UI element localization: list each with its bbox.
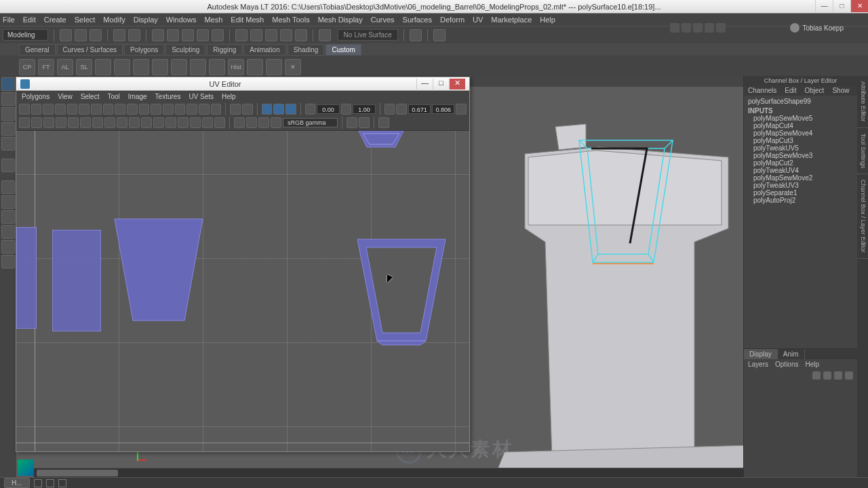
menu-meshtools[interactable]: Mesh Tools xyxy=(272,16,309,24)
shelf-tab-animation[interactable]: Animation xyxy=(243,44,285,56)
taskbar-sq2-icon[interactable] xyxy=(46,479,54,487)
uv-settings-icon[interactable] xyxy=(378,117,389,128)
shelf-btn5-icon[interactable] xyxy=(95,59,111,75)
redo-icon[interactable] xyxy=(128,29,140,41)
channel-tab-object[interactable]: Object xyxy=(801,85,829,96)
uv-exposure-field[interactable]: 0.00 xyxy=(317,104,339,114)
shelf-tab-custom[interactable]: Custom xyxy=(326,44,361,56)
shelf-tab-curves[interactable]: Curves / Surfaces xyxy=(57,44,123,56)
uv-gamma-icon[interactable] xyxy=(341,104,352,115)
layout-four-icon[interactable] xyxy=(1,195,15,209)
uv-shell-selected[interactable] xyxy=(354,239,449,348)
save-scene-icon[interactable] xyxy=(90,29,102,41)
shelf-btn9-icon[interactable] xyxy=(171,59,187,75)
shelf-hist-icon[interactable]: Hist xyxy=(228,59,244,75)
input-item[interactable]: polyMapSewMove4 xyxy=(748,129,853,137)
uv-optimize-icon[interactable] xyxy=(141,117,152,128)
menu-editmesh[interactable]: Edit Mesh xyxy=(231,16,264,24)
uv-cycle-icon[interactable] xyxy=(103,104,114,115)
uv-toedge-icon[interactable] xyxy=(56,117,66,128)
uv-maximize[interactable]: □ xyxy=(433,79,449,89)
snap-point-icon[interactable] xyxy=(265,29,277,41)
workspace-icon[interactable] xyxy=(670,23,679,33)
uv-menu-polygons[interactable]: Polygons xyxy=(22,93,50,100)
shelf-tab-polygons[interactable]: Polygons xyxy=(124,44,164,56)
input-item[interactable]: polyMapSewMove3 xyxy=(748,152,853,159)
layer-moveup-icon[interactable] xyxy=(812,371,821,380)
uv-grow-icon[interactable] xyxy=(31,117,42,128)
move-tool-icon[interactable] xyxy=(1,107,15,121)
uv-distribute-icon[interactable] xyxy=(139,104,150,115)
select-tool-icon[interactable] xyxy=(1,77,15,91)
input-item[interactable]: polyMapCut4 xyxy=(748,122,853,129)
shelf-cp-icon[interactable]: CP xyxy=(19,59,35,75)
shelf-close-icon[interactable]: ✕ xyxy=(285,59,301,75)
uv-cut-icon[interactable] xyxy=(79,104,90,115)
workspace-selector[interactable]: Modeling xyxy=(3,29,48,41)
uv-unpin-icon[interactable] xyxy=(202,117,213,128)
last-tool-icon[interactable] xyxy=(1,159,15,172)
menu-meshdisplay[interactable]: Mesh Display xyxy=(318,16,363,24)
user-account[interactable]: Tobias Koepp xyxy=(790,23,844,33)
uv-toface-icon[interactable] xyxy=(80,117,91,128)
menu-deform[interactable]: Deform xyxy=(440,16,465,24)
layout-hyper-icon[interactable] xyxy=(1,240,15,253)
uv-filtered-icon[interactable] xyxy=(285,104,296,115)
uv-lattice-icon[interactable] xyxy=(153,117,164,128)
uv-shaded-icon[interactable] xyxy=(186,104,197,115)
shelf-btn10-icon[interactable] xyxy=(190,59,206,75)
uv-relax-icon[interactable] xyxy=(178,117,189,128)
select-face-icon[interactable] xyxy=(182,29,194,41)
uv-shrink-icon[interactable] xyxy=(43,117,54,128)
layer-tab-anim[interactable]: Anim xyxy=(778,349,805,359)
uv-movesew-icon[interactable] xyxy=(104,117,115,128)
xray-icon[interactable] xyxy=(716,23,726,33)
uv-minimize[interactable]: — xyxy=(416,79,433,89)
uv-canvas[interactable] xyxy=(16,130,469,451)
layout-outliner-icon[interactable] xyxy=(1,210,15,224)
shelf-btn14-icon[interactable] xyxy=(266,59,282,75)
uv-shell-top[interactable] xyxy=(353,131,409,150)
history-toggle-icon[interactable] xyxy=(410,29,422,41)
uv-snapshot-icon[interactable] xyxy=(214,117,225,128)
menu-edit[interactable]: Edit xyxy=(23,16,36,24)
shelf-ft-icon[interactable]: FT xyxy=(38,59,54,75)
open-scene-icon[interactable] xyxy=(75,29,87,41)
uv-grid-toggle-icon[interactable] xyxy=(151,104,161,115)
uv-brush-icon[interactable] xyxy=(359,117,370,128)
shelf-al-icon[interactable]: AL xyxy=(57,59,73,75)
layer-menu-help[interactable]: Help xyxy=(805,361,819,368)
menu-display[interactable]: Display xyxy=(134,16,158,24)
channel-tab-edit[interactable]: Edit xyxy=(781,85,800,96)
uv-menu-help[interactable]: Help xyxy=(222,93,236,100)
render-icon[interactable] xyxy=(433,29,446,41)
uv-pin-icon[interactable] xyxy=(190,117,201,128)
input-item[interactable]: polyMapSewMove2 xyxy=(748,174,853,182)
lasso-tool-icon[interactable] xyxy=(1,92,15,106)
shelf-tab-shading[interactable]: Shading xyxy=(288,44,325,56)
uv-menu-image[interactable]: Image xyxy=(128,93,147,100)
menu-create[interactable]: Create xyxy=(44,16,66,24)
menu-surfaces[interactable]: Surfaces xyxy=(403,16,432,24)
select-edge-icon[interactable] xyxy=(167,29,179,41)
menu-windows[interactable]: Windows xyxy=(166,16,197,24)
uv-display-px-icon[interactable] xyxy=(246,117,257,128)
layout-icon[interactable] xyxy=(682,23,691,33)
uv-shell-trap1[interactable] xyxy=(111,219,206,322)
shelf-btn6-icon[interactable] xyxy=(114,59,130,75)
menu-select[interactable]: Select xyxy=(75,16,96,24)
uv-smudge-icon[interactable] xyxy=(165,117,176,128)
uv-align-v-icon[interactable] xyxy=(127,104,138,115)
side-tab-attribute[interactable]: Attribute Editor xyxy=(857,76,868,128)
new-scene-icon[interactable] xyxy=(60,29,72,41)
input-item[interactable]: polyTweakUV4 xyxy=(748,167,853,174)
uv-display-alpha-icon[interactable] xyxy=(258,117,269,128)
uv-close[interactable]: ✕ xyxy=(449,79,465,89)
uv-cursor-icon[interactable] xyxy=(384,104,395,115)
layout-uv-icon[interactable] xyxy=(1,255,15,268)
snap-curve-icon[interactable] xyxy=(250,29,262,41)
uv-border-icon[interactable] xyxy=(175,104,186,115)
uv-shell-left-crop[interactable] xyxy=(16,227,37,329)
layout-single-icon[interactable] xyxy=(1,180,15,194)
menu-file[interactable]: File xyxy=(3,16,15,24)
